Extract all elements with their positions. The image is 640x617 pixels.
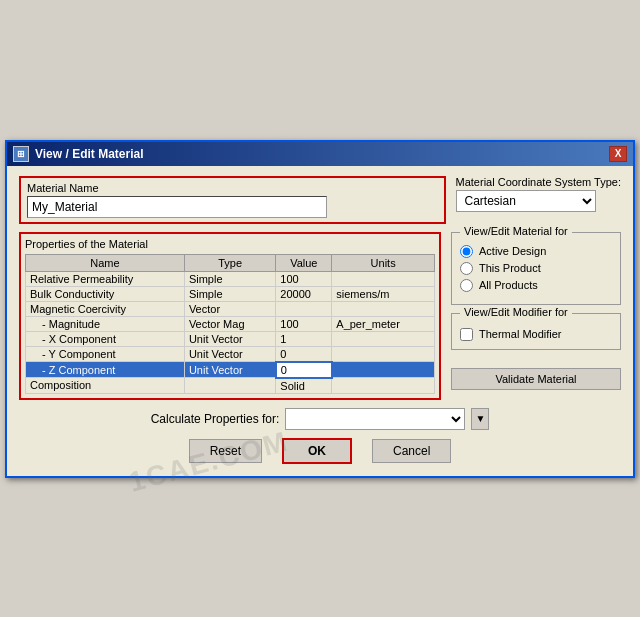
cell-value: 100 [276,316,332,331]
app-icon: ⊞ [13,146,29,162]
cell-units: A_per_meter [332,316,435,331]
view-edit-modifier-title: View/Edit Modifier for [460,306,572,318]
table-row[interactable]: Relative PermeabilitySimple100 [26,271,435,286]
coord-type-group: Material Coordinate System Type: Cartesi… [456,176,621,224]
bottom-area: Calculate Properties for: ▼ Reset OK Can… [19,408,621,464]
titlebar-title-area: ⊞ View / Edit Material [13,146,143,162]
radio-this-product-label: This Product [479,262,541,274]
coord-select-wrapper: Cartesian Cylindrical Spherical [456,190,621,212]
cell-units: siemens/m [332,286,435,301]
right-panel: View/Edit Material for Active Design Thi… [451,232,621,400]
validate-material-button[interactable]: Validate Material [451,368,621,390]
col-value: Value [276,254,332,271]
col-type: Type [184,254,275,271]
window-body: Material Name Material Coordinate System… [7,166,633,476]
table-body: Relative PermeabilitySimple100Bulk Condu… [26,271,435,393]
cell-type: Unit Vector [184,362,275,378]
close-button[interactable]: X [609,146,627,162]
coord-type-label: Material Coordinate System Type: [456,176,621,188]
cell-name: - Magnitude [26,316,185,331]
radio-active-design-label: Active Design [479,245,546,257]
calc-label: Calculate Properties for: [151,412,280,426]
table-header: Name Type Value Units [26,254,435,271]
main-area: Properties of the Material Name Type Val… [19,232,621,400]
cell-type [184,378,275,394]
cell-value: 0 [276,346,332,362]
table-row[interactable]: - Z ComponentUnit Vector0 [26,362,435,378]
properties-title: Properties of the Material [25,238,435,250]
calc-dropdown-button[interactable]: ▼ [471,408,489,430]
table-row[interactable]: - Y ComponentUnit Vector0 [26,346,435,362]
view-edit-material-title: View/Edit Material for [460,225,572,237]
thermal-modifier-label: Thermal Modifier [479,328,562,340]
cell-units [332,378,435,394]
cell-units [332,362,435,378]
col-name: Name [26,254,185,271]
cell-type: Vector Mag [184,316,275,331]
cell-name: - X Component [26,331,185,346]
cell-value: 20000 [276,286,332,301]
main-window: ⊞ View / Edit Material X Material Name M… [5,140,635,478]
cell-name: Composition [26,378,185,394]
cell-value: 100 [276,271,332,286]
cell-type: Unit Vector [184,346,275,362]
properties-panel: Properties of the Material Name Type Val… [19,232,441,400]
calc-select[interactable] [285,408,465,430]
table-row[interactable]: - X ComponentUnit Vector1 [26,331,435,346]
material-name-input[interactable] [27,196,327,218]
cell-type: Unit Vector [184,331,275,346]
radio-all-products-label: All Products [479,279,538,291]
window-title: View / Edit Material [35,147,143,161]
cell-units [332,271,435,286]
cell-name: - Y Component [26,346,185,362]
thermal-modifier-checkbox[interactable]: Thermal Modifier [460,328,612,341]
cell-value: 1 [276,331,332,346]
cell-type: Vector [184,301,275,316]
radio-all-products[interactable]: All Products [460,279,612,292]
titlebar: ⊞ View / Edit Material X [7,142,633,166]
properties-table: Name Type Value Units Relative Permeabil… [25,254,435,394]
table-row[interactable]: CompositionSolid [26,378,435,394]
cancel-button[interactable]: Cancel [372,439,451,463]
top-row: Material Name Material Coordinate System… [19,176,621,224]
cell-type: Simple [184,271,275,286]
view-edit-modifier-group: View/Edit Modifier for Thermal Modifier [451,313,621,350]
cell-value: 0 [276,362,332,378]
cell-name: Relative Permeability [26,271,185,286]
cell-value: Solid [276,378,332,394]
table-row[interactable]: Magnetic CoercivityVector [26,301,435,316]
cell-units [332,331,435,346]
table-row[interactable]: - MagnitudeVector Mag100A_per_meter [26,316,435,331]
cell-name: Magnetic Coercivity [26,301,185,316]
cell-value [276,301,332,316]
cell-name: Bulk Conductivity [26,286,185,301]
calc-row: Calculate Properties for: ▼ [151,408,490,430]
radio-active-design[interactable]: Active Design [460,245,612,258]
cell-units [332,346,435,362]
material-name-label: Material Name [27,182,438,194]
cell-type: Simple [184,286,275,301]
cell-name: - Z Component [26,362,185,378]
col-units: Units [332,254,435,271]
ok-button[interactable]: OK [282,438,352,464]
coord-type-select[interactable]: Cartesian Cylindrical Spherical [456,190,596,212]
view-edit-material-group: View/Edit Material for Active Design Thi… [451,232,621,305]
material-name-group: Material Name [19,176,446,224]
table-row[interactable]: Bulk ConductivitySimple20000siemens/m [26,286,435,301]
radio-this-product[interactable]: This Product [460,262,612,275]
reset-button[interactable]: Reset [189,439,262,463]
button-row: Reset OK Cancel [189,438,452,464]
thermal-modifier-check[interactable] [460,328,473,341]
cell-units [332,301,435,316]
